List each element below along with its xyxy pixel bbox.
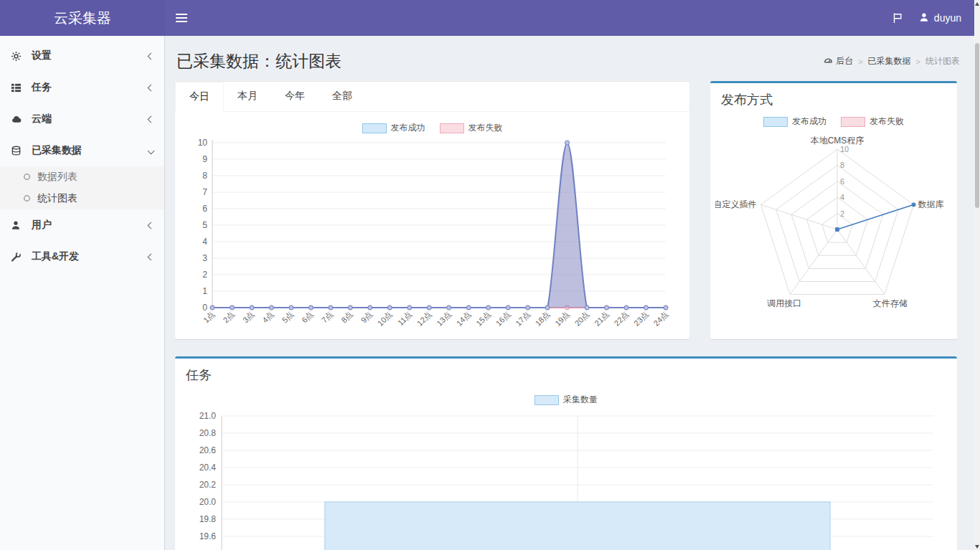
tab-this-month[interactable]: 本月 [224, 82, 271, 111]
sidebar: 设置 任务 云端 已采集数据 [0, 36, 165, 550]
svg-text:20点: 20点 [573, 310, 591, 328]
svg-text:8点: 8点 [339, 310, 354, 325]
card-title: 发布方式 [710, 83, 957, 114]
svg-text:2: 2 [202, 270, 207, 280]
sidebar-submenu: 数据列表 统计图表 [0, 166, 164, 209]
chevron-down-icon [148, 147, 155, 154]
svg-text:14点: 14点 [455, 310, 473, 328]
svg-text:16点: 16点 [494, 310, 512, 328]
sidebar-toggle-icon[interactable] [165, 0, 198, 36]
scroll-down-arrow[interactable] [974, 543, 980, 550]
radar-chart-legend: 发布成功发布失败 [710, 115, 957, 128]
brand-logo[interactable]: 云采集器 [0, 0, 165, 36]
sidebar-item-settings[interactable]: 设置 [0, 40, 164, 72]
svg-text:24点: 24点 [651, 310, 669, 328]
legend-item[interactable]: 发布失败 [841, 115, 904, 128]
flag-icon[interactable] [892, 12, 903, 24]
page-title: 已采集数据：统计图表 [176, 50, 341, 72]
user-icon [11, 220, 25, 230]
sidebar-item-label: 已采集数据 [32, 144, 149, 157]
breadcrumb-separator: > [916, 57, 920, 66]
svg-text:数据库: 数据库 [918, 199, 944, 209]
svg-text:6点: 6点 [300, 310, 315, 325]
svg-text:7: 7 [202, 187, 207, 197]
cloud-icon [11, 114, 25, 125]
svg-text:10: 10 [840, 145, 849, 153]
chevron-left-icon [148, 253, 155, 260]
sidebar-item-cloud[interactable]: 云端 [0, 103, 164, 135]
scrollbar-thumb[interactable] [975, 43, 979, 208]
publish-method-radar-chart[interactable]: 246810本地CMS程序数据库文件存储调用接口自定义插件 [710, 128, 957, 314]
charts-row: 今日 本月 今年 全部 发布成功发布失败 0123456789101点2点3点4… [175, 81, 963, 339]
svg-text:3点: 3点 [241, 310, 256, 325]
svg-text:4: 4 [840, 193, 844, 201]
svg-text:调用接口: 调用接口 [766, 298, 801, 308]
svg-text:20.8: 20.8 [199, 428, 217, 438]
tab-today[interactable]: 今日 [175, 82, 224, 112]
chevron-left-icon [148, 84, 155, 91]
sidebar-item-stats-chart[interactable]: 统计图表 [0, 188, 164, 209]
sidebar-item-tools-dev[interactable]: 工具&开发 [0, 241, 164, 272]
task-chart-legend: 采集数量 [175, 394, 957, 406]
chevron-left-icon [148, 115, 155, 123]
sidebar-item-data-list[interactable]: 数据列表 [0, 166, 164, 188]
task-chart-card: 任务 采集数量 21.020.820.620.420.220.019.819.6… [175, 356, 957, 550]
svg-text:9: 9 [202, 154, 207, 164]
dashboard-icon [824, 56, 833, 67]
svg-text:15点: 15点 [474, 310, 492, 328]
svg-text:4点: 4点 [260, 310, 275, 325]
svg-text:0: 0 [202, 303, 207, 313]
svg-text:3: 3 [202, 253, 207, 263]
user-icon [919, 12, 929, 24]
tab-all[interactable]: 全部 [319, 82, 366, 111]
svg-text:21.0: 21.0 [199, 411, 217, 421]
period-tabs: 今日 本月 今年 全部 [175, 82, 689, 112]
sidebar-item-label: 用户 [32, 219, 149, 232]
svg-text:17点: 17点 [514, 310, 532, 328]
scroll-up-arrow[interactable] [974, 0, 980, 7]
svg-text:本地CMS程序: 本地CMS程序 [810, 136, 864, 146]
card-title: 任务 [175, 359, 957, 389]
svg-text:10点: 10点 [376, 310, 394, 328]
sidebar-item-label: 任务 [32, 81, 149, 94]
circle-o-icon [23, 193, 31, 204]
svg-text:19.8: 19.8 [199, 514, 217, 524]
breadcrumb-backend[interactable]: 后台 [824, 55, 853, 67]
sidebar-item-label: 工具&开发 [32, 250, 149, 263]
hourly-publish-chart[interactable]: 0123456789101点2点3点4点5点6点7点8点9点10点11点12点1… [175, 134, 689, 335]
svg-text:6: 6 [202, 204, 207, 214]
legend-item[interactable]: 发布失败 [440, 122, 503, 134]
breadcrumb-separator: > [858, 57, 862, 66]
sidebar-item-tasks[interactable]: 任务 [0, 72, 164, 103]
svg-text:19.6: 19.6 [199, 531, 217, 541]
chevron-left-icon [148, 222, 155, 229]
legend-item[interactable]: 发布成功 [763, 115, 826, 128]
legend-item[interactable]: 发布成功 [362, 122, 425, 134]
breadcrumb-current: 统计图表 [925, 55, 960, 67]
app-window: 云采集器 duyun 设置 [0, 0, 980, 550]
breadcrumb-collected-data[interactable]: 已采集数据 [868, 55, 911, 67]
svg-text:19点: 19点 [553, 310, 571, 328]
top-navbar: 云采集器 duyun [0, 0, 980, 36]
user-menu[interactable]: duyun [919, 12, 961, 24]
legend-item[interactable]: 采集数量 [534, 394, 598, 406]
scrollbar[interactable] [974, 0, 980, 550]
svg-text:13点: 13点 [435, 310, 453, 328]
svg-text:9点: 9点 [359, 310, 374, 325]
svg-text:1: 1 [202, 286, 207, 296]
navbar-right: duyun [892, 0, 980, 36]
tasks-icon [11, 82, 25, 93]
task-count-bar-chart[interactable]: 21.020.820.620.420.220.019.819.619.4 [175, 406, 957, 550]
sidebar-item-users[interactable]: 用户 [0, 209, 164, 241]
gear-icon [11, 51, 25, 62]
svg-text:7点: 7点 [320, 310, 335, 325]
svg-text:8: 8 [840, 161, 844, 169]
sidebar-item-collected-data[interactable]: 已采集数据 [0, 135, 164, 166]
svg-text:20.2: 20.2 [199, 480, 217, 490]
svg-text:文件存储: 文件存储 [873, 298, 908, 308]
svg-text:2: 2 [840, 209, 844, 218]
tab-this-year[interactable]: 今年 [271, 82, 319, 111]
svg-text:6: 6 [840, 177, 844, 186]
publish-method-card: 发布方式 发布成功发布失败 246810本地CMS程序数据库文件存储调用接口自定… [710, 81, 957, 339]
svg-text:20.4: 20.4 [199, 463, 217, 473]
